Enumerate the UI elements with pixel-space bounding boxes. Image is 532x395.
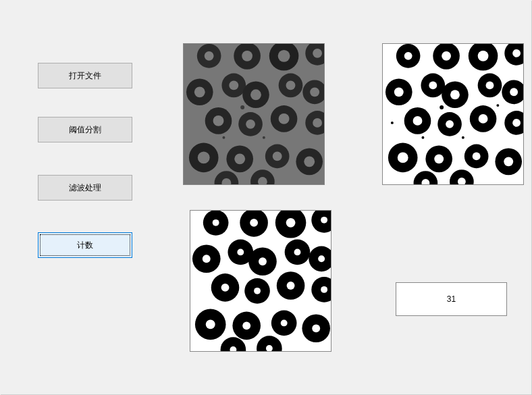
count-label: 计数 <box>77 240 93 251</box>
svg-point-83 <box>421 136 424 139</box>
svg-point-88 <box>213 219 219 226</box>
svg-point-10 <box>194 86 205 97</box>
svg-point-39 <box>240 105 244 109</box>
svg-point-20 <box>213 115 224 126</box>
svg-point-46 <box>442 51 451 61</box>
svg-point-118 <box>281 319 288 326</box>
svg-point-14 <box>250 89 261 100</box>
svg-point-2 <box>205 51 214 61</box>
svg-point-28 <box>198 151 210 163</box>
svg-point-48 <box>478 51 489 61</box>
threshold-button[interactable]: 阈值分割 <box>38 117 132 142</box>
svg-point-85 <box>391 122 394 124</box>
svg-point-104 <box>318 255 325 262</box>
svg-point-96 <box>203 255 211 263</box>
svg-point-116 <box>242 321 250 330</box>
svg-point-72 <box>434 154 444 163</box>
binary-cells-icon <box>383 44 523 184</box>
svg-point-120 <box>312 324 320 332</box>
svg-point-52 <box>394 87 404 97</box>
svg-point-24 <box>279 113 290 124</box>
svg-point-102 <box>294 248 301 255</box>
svg-point-32 <box>273 151 282 161</box>
svg-point-98 <box>237 248 244 255</box>
svg-point-70 <box>398 152 408 163</box>
svg-point-76 <box>504 157 513 166</box>
svg-point-110 <box>287 282 295 290</box>
microscopy-cells-icon <box>184 44 324 184</box>
svg-point-16 <box>286 80 296 90</box>
count-button[interactable]: 计数 <box>38 232 132 258</box>
svg-point-74 <box>473 152 481 160</box>
count-result-value: 31 <box>447 294 456 304</box>
svg-point-84 <box>496 104 499 107</box>
filtered-cells-icon <box>190 211 331 351</box>
svg-point-81 <box>440 105 444 109</box>
svg-point-106 <box>221 284 230 292</box>
svg-point-22 <box>246 120 255 129</box>
svg-point-90 <box>250 219 258 227</box>
svg-point-40 <box>263 136 265 139</box>
threshold-label: 阈值分割 <box>69 124 101 136</box>
svg-point-41 <box>222 136 225 139</box>
count-result-box: 31 <box>396 282 507 316</box>
svg-point-68 <box>512 119 521 127</box>
image-thresholded <box>382 43 524 185</box>
svg-point-82 <box>462 136 464 139</box>
svg-point-30 <box>234 153 245 164</box>
svg-point-50 <box>512 49 521 57</box>
svg-point-54 <box>429 81 437 89</box>
svg-point-8 <box>313 49 322 58</box>
svg-point-58 <box>486 81 494 89</box>
filter-label: 滤波处理 <box>69 182 101 194</box>
open-file-label: 打开文件 <box>69 70 101 82</box>
svg-point-112 <box>321 286 327 293</box>
svg-point-60 <box>510 88 518 96</box>
svg-point-34 <box>304 156 315 167</box>
svg-point-4 <box>242 51 252 61</box>
svg-point-6 <box>278 50 290 62</box>
svg-point-56 <box>450 90 460 99</box>
svg-point-114 <box>206 319 215 329</box>
svg-point-18 <box>310 87 319 97</box>
image-filtered <box>190 210 331 352</box>
svg-point-12 <box>229 80 238 90</box>
open-file-button[interactable]: 打开文件 <box>38 63 132 88</box>
main-panel: 打开文件 阈值分割 滤波处理 计数 <box>1 1 532 395</box>
svg-point-92 <box>286 218 296 228</box>
svg-point-108 <box>254 288 261 294</box>
svg-point-62 <box>413 116 423 126</box>
svg-point-66 <box>479 114 488 124</box>
svg-point-100 <box>259 257 267 265</box>
svg-point-94 <box>321 217 327 223</box>
image-original <box>183 43 325 185</box>
svg-point-44 <box>404 52 413 60</box>
svg-point-26 <box>313 118 322 128</box>
svg-point-64 <box>446 120 454 128</box>
filter-button[interactable]: 滤波处理 <box>38 175 132 201</box>
